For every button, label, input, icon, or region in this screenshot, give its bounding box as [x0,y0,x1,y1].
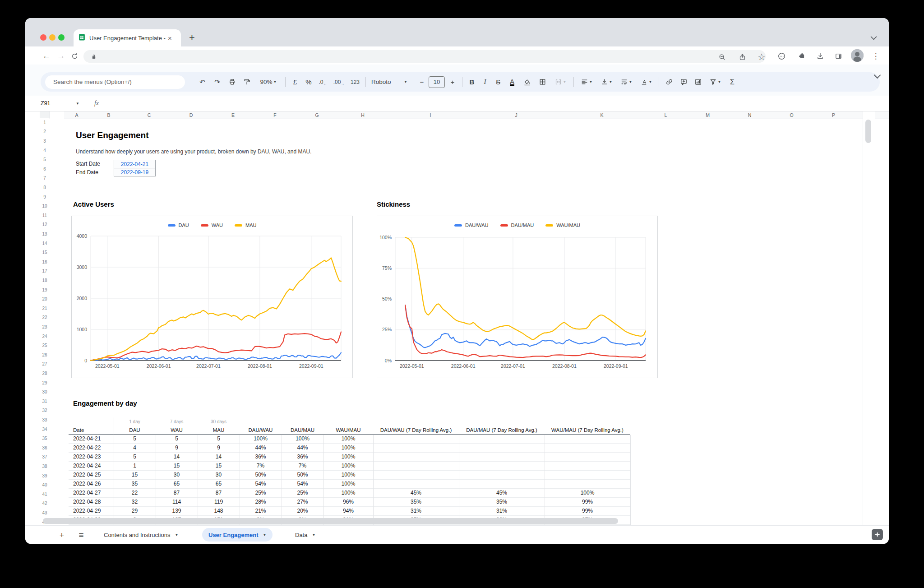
table-cell[interactable]: 14 [198,452,240,461]
table-cell[interactable]: 96% [323,497,373,506]
browser-tab[interactable]: User Engagement Template - G × [74,29,181,46]
row-header-7[interactable]: 7 [40,174,50,184]
table-cell[interactable]: 44% [282,443,323,452]
table-cell[interactable]: 14 [156,452,198,461]
table-cell[interactable]: 1 [114,461,156,470]
increase-decimal-icon[interactable]: .00→ [330,75,347,89]
browser-menu-icon[interactable] [870,50,882,62]
row-header-5[interactable]: 5 [40,155,50,165]
redo-icon[interactable] [210,75,225,89]
row-header-17[interactable]: 17 [40,267,50,277]
tab-close-icon[interactable]: × [168,35,172,42]
row-header-10[interactable]: 10 [40,201,50,211]
back-icon[interactable] [41,50,52,62]
row-header-35[interactable]: 35 [40,434,50,444]
column-header-E[interactable]: E [212,111,254,119]
row-header-19[interactable]: 19 [40,285,50,295]
row-header-22[interactable]: 22 [40,313,50,323]
reload-icon[interactable] [69,50,80,62]
table-cell[interactable]: 2022-04-27 [73,488,112,497]
table-cell[interactable]: 36% [282,452,323,461]
table-cell[interactable]: 2022-04-26 [73,479,112,488]
borders-icon[interactable] [535,75,550,89]
window-minimize-button[interactable] [49,34,55,41]
table-cell[interactable]: 5 [114,452,156,461]
table-cell[interactable]: 31% [373,506,459,515]
decrease-font-size-icon[interactable] [416,75,428,89]
sidebar-icon[interactable] [832,50,844,62]
row-header-42[interactable]: 42 [40,499,50,509]
row-header-39[interactable]: 39 [40,471,50,481]
currency-icon[interactable] [288,75,302,89]
text-color-icon[interactable] [505,75,519,89]
print-icon[interactable] [225,75,240,89]
table-cell[interactable]: 15 [114,470,156,479]
table-cell[interactable]: 21% [240,506,282,515]
table-cell[interactable]: 15 [198,461,240,470]
row-header-26[interactable]: 26 [40,350,50,360]
row-header-36[interactable]: 36 [40,443,50,453]
row-header-6[interactable]: 6 [40,164,50,174]
column-header-P[interactable]: P [813,111,855,119]
row-header-31[interactable]: 31 [40,397,50,407]
table-cell[interactable]: 54% [240,479,282,488]
sheet-tab-user-engagement[interactable]: User Engagement▼ [202,528,273,542]
table-cell[interactable]: 9 [156,443,198,452]
row-header-20[interactable]: 20 [40,294,50,304]
increase-font-size-icon[interactable] [446,75,459,89]
table-cell[interactable]: 65 [198,479,240,488]
table-cell[interactable]: 100% [545,488,630,497]
table-cell[interactable]: 54% [282,479,323,488]
font-select[interactable]: Roboto▼ [369,75,410,89]
all-sheets-button[interactable] [75,529,87,541]
table-header[interactable]: DAU/MAU [282,426,323,434]
table-cell[interactable]: 100% [323,452,373,461]
table-cell[interactable]: 100% [323,443,373,452]
table-cell[interactable]: 45% [459,488,545,497]
window-close-button[interactable] [40,34,46,41]
vertical-scrollbar[interactable] [865,120,871,143]
horizontal-align-icon[interactable]: ▼ [577,75,596,89]
column-header-F[interactable]: F [254,111,296,119]
table-cell[interactable]: 2022-04-23 [73,452,112,461]
row-header-34[interactable]: 34 [40,425,50,435]
row-header-30[interactable]: 30 [40,387,50,397]
table-cell[interactable]: 2022-04-25 [73,470,112,479]
text-wrap-icon[interactable]: ▼ [616,75,636,89]
table-cell[interactable]: 36% [240,452,282,461]
row-header-40[interactable]: 40 [40,480,50,490]
name-box[interactable]: Z91 [25,100,75,106]
bold-icon[interactable] [465,75,479,89]
table-header[interactable]: DAU/MAU (7 Day Rolling Avg.) [459,426,545,434]
row-header-9[interactable]: 9 [40,192,50,202]
table-cell[interactable]: 7% [240,461,282,470]
table-cell[interactable]: 9 [198,443,240,452]
row-header-41[interactable]: 41 [40,490,50,500]
window-zoom-button[interactable] [58,34,65,41]
row-header-37[interactable]: 37 [40,453,50,463]
decrease-decimal-icon[interactable]: .0← [315,75,330,89]
vertical-align-icon[interactable]: ▼ [596,75,616,89]
search-input[interactable]: Search the menus (Option+/) [45,75,185,89]
column-header-M[interactable]: M [687,111,729,119]
table-cell[interactable]: 32 [114,497,156,506]
row-header-16[interactable]: 16 [40,257,50,267]
table-cell[interactable]: 100% [240,434,282,443]
row-header-8[interactable]: 8 [40,183,50,193]
horizontal-scrollbar[interactable] [43,518,618,524]
table-cell[interactable]: 100% [323,461,373,470]
table-cell[interactable]: 114 [156,497,198,506]
table-cell[interactable]: 65 [156,479,198,488]
column-header-G[interactable]: G [296,111,338,119]
table-cell[interactable]: 100% [282,434,323,443]
table-header[interactable]: WAU [156,426,198,434]
table-cell[interactable]: 22 [114,488,156,497]
table-cell[interactable]: 25% [240,488,282,497]
table-cell[interactable]: 2022-04-22 [73,443,112,452]
extensions-puzzle-icon[interactable] [796,50,808,62]
create-filter-icon[interactable]: ▼ [705,75,725,89]
table-cell[interactable]: 50% [282,470,323,479]
insert-comment-icon[interactable] [676,75,691,89]
zoom-select[interactable]: 90%▼ [254,75,282,89]
table-cell[interactable]: 94% [323,506,373,515]
